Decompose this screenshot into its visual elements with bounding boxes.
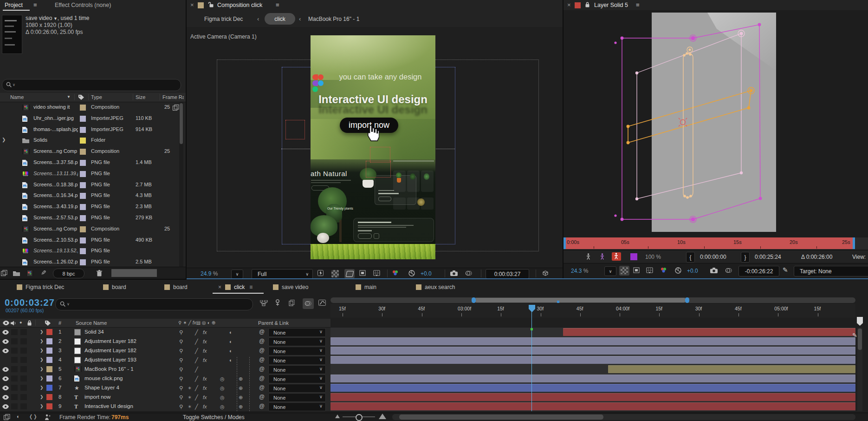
column-name[interactable]: Name	[10, 94, 24, 100]
comp-timecode[interactable]: 0:00:03:27	[486, 269, 529, 279]
layer-row-8[interactable]: ❯8Timport now⚲✶╱fx◎⊕@None∨	[0, 393, 330, 402]
layer-label-swatch[interactable]	[46, 357, 52, 363]
draft-icon[interactable]: ◐	[17, 414, 20, 419]
quality-switch[interactable]: ╱	[195, 348, 198, 354]
timeline-navigator-bar[interactable]	[330, 297, 855, 303]
audio-cell[interactable]	[11, 348, 18, 354]
layer-label-swatch[interactable]	[46, 394, 52, 400]
tab-label[interactable]: aeux search	[425, 284, 455, 290]
lock-closed-icon[interactable]	[585, 2, 590, 7]
project-row[interactable]: Uhr_ohn...iger.jpgImporterJPEG110 KB	[0, 113, 179, 125]
shy-switch[interactable]: ⚲	[179, 357, 183, 363]
lock-cell[interactable]	[20, 403, 27, 409]
layer-duration-bar[interactable]	[330, 402, 855, 410]
timeline-tab-figma-trick-dec[interactable]: Figma trick Dec	[17, 284, 64, 290]
resolution-dropdown[interactable]: Full∨	[252, 269, 313, 279]
item-name[interactable]: Screens...0.16.34.png	[33, 192, 78, 198]
show-snapshot-icon[interactable]	[465, 270, 472, 276]
lock-cell[interactable]	[20, 357, 27, 363]
shy-switch[interactable]: ⚲	[179, 348, 183, 354]
quality-switch[interactable]: ╱	[195, 367, 198, 373]
project-row[interactable]: video showing itComposition25	[0, 102, 179, 114]
layer-name[interactable]: mouse click.png	[84, 375, 123, 381]
project-row[interactable]: Screens...3.37.58.pngPNG file1.4 MB	[0, 158, 179, 169]
audio-cell[interactable]	[11, 366, 18, 372]
timeline-search-input[interactable]: ∨	[55, 298, 253, 310]
project-search-input[interactable]: ∨	[2, 79, 181, 91]
snapshot-camera-icon[interactable]	[450, 270, 458, 276]
timeline-tab-main[interactable]: main	[356, 284, 376, 290]
project-row[interactable]: Screens...2.10.53.pngPNG file490 KB	[0, 235, 179, 247]
layer-canvas[interactable]	[564, 10, 868, 237]
lock-cell[interactable]	[20, 329, 27, 335]
quality-switch[interactable]: ╱	[195, 385, 198, 391]
mask-visibility-button[interactable]	[344, 269, 355, 278]
project-row[interactable]: Screens...ng Comp 1Composition25	[0, 224, 179, 236]
in-point-button[interactable]: {	[686, 252, 695, 263]
fx-switch[interactable]: fx	[203, 348, 207, 354]
item-name[interactable]: Screens...0.18.38.png	[33, 182, 78, 187]
pen-icon[interactable]: ✎	[783, 266, 788, 274]
footer-drag-region[interactable]	[111, 269, 157, 277]
tab-label[interactable]: board	[112, 284, 126, 290]
project-row[interactable]: Screens...0.16.34.pngPNG file4.3 MB	[0, 191, 179, 202]
tab-menu-icon[interactable]: ≡	[249, 284, 253, 290]
eye-column-icon[interactable]	[3, 321, 9, 325]
item-name[interactable]: Screens...3.37.58.png	[33, 159, 78, 165]
view-label[interactable]: View:	[852, 254, 866, 260]
type-label-swatch[interactable]	[80, 105, 86, 111]
audio-cell[interactable]	[11, 394, 18, 400]
project-row[interactable]: Screens...13.11.39.pngPNG file	[0, 169, 179, 180]
lock-cell[interactable]	[20, 375, 27, 382]
item-name[interactable]: Screens...19.13.52.png	[33, 248, 78, 253]
project-row[interactable]: Screens...19.13.52.pngPNG file	[0, 246, 179, 257]
view-layout-icon[interactable]	[542, 270, 549, 276]
zoom-in-mountain-icon[interactable]	[379, 414, 386, 419]
parent-link-dropdown[interactable]: None∨	[268, 375, 326, 383]
type-label-swatch[interactable]	[80, 248, 86, 254]
column-number[interactable]: #	[58, 320, 61, 326]
item-name[interactable]: thomas-...splash.jpg	[33, 126, 78, 132]
parent-pickwhip-icon[interactable]: @	[259, 403, 265, 409]
panel-divider[interactable]	[187, 278, 868, 279]
layer-zoom-value[interactable]: 24.3	[571, 268, 582, 274]
tab-label[interactable]: click	[234, 284, 245, 290]
lock-cell[interactable]	[20, 366, 27, 372]
shy-switch[interactable]: ⚲	[179, 385, 183, 391]
layer-name[interactable]: import now	[84, 394, 110, 400]
parent-link-dropdown[interactable]: None∨	[268, 393, 326, 402]
parent-pickwhip-icon[interactable]: @	[259, 356, 265, 363]
render-purple-man-icon[interactable]	[600, 253, 605, 260]
eye-icon[interactable]	[2, 339, 9, 344]
tab-label[interactable]: main	[364, 284, 376, 290]
comp-panel-title[interactable]: Composition click	[217, 2, 262, 8]
item-name[interactable]: Screens...2.10.53.png	[33, 237, 78, 243]
region-of-interest-icon[interactable]	[359, 270, 366, 276]
bit-depth-button[interactable]: 8 bpc	[53, 269, 84, 278]
layer-out-value[interactable]: 0:00:25:24	[755, 254, 781, 260]
adjustment-switch[interactable]: ◐	[229, 339, 233, 344]
comp-zoom-value[interactable]: 24.9	[201, 270, 211, 277]
item-name[interactable]: Uhr_ohn...iger.jpg	[33, 115, 78, 121]
column-parent-link[interactable]: Parent & Link	[258, 320, 289, 326]
quality-switch[interactable]: ╱	[195, 404, 198, 410]
zoom-dropdown-button[interactable]: ∨	[604, 266, 616, 276]
collapse-switch[interactable]: ✶	[188, 385, 192, 391]
layer-row-4[interactable]: ❯4Adjustment Layer 193⚲╱fx◐@None∨	[0, 355, 330, 365]
timeline-ruler[interactable]: 15f30f45f03:00f15f30f45f04:00f15f30f45f0…	[330, 304, 855, 318]
project-row[interactable]: ❯SolidsFolder	[0, 135, 179, 147]
render-queue-icon[interactable]	[4, 414, 10, 420]
tab-effect-controls[interactable]: Effect Controls (none)	[55, 2, 111, 8]
expand-arrow-icon[interactable]: ❯	[40, 357, 44, 362]
interpret-footage-icon[interactable]	[1, 270, 7, 276]
item-flyout-icon[interactable]: ▼	[52, 16, 57, 21]
search-options-chevron-icon[interactable]: ∨	[13, 83, 15, 87]
item-name[interactable]: Screens...2.57.53.png	[33, 215, 78, 220]
project-scrollbar[interactable]	[179, 102, 183, 267]
layer-panel-title[interactable]: Layer Solid 5	[594, 2, 628, 8]
fx-switch[interactable]: fx	[203, 404, 207, 409]
type-label-swatch[interactable]	[80, 138, 86, 144]
type-label-swatch[interactable]	[80, 160, 86, 166]
type-label-swatch[interactable]	[80, 193, 86, 199]
quality-switch[interactable]: ╱	[195, 357, 198, 363]
